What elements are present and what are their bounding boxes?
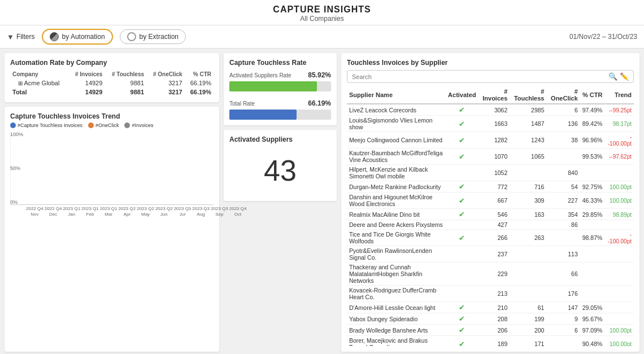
total-rate-value: 66.19% <box>308 99 331 107</box>
col-ctr: % CTR <box>185 70 214 78</box>
header: CAPTURE INSIGHTS All Companies <box>0 0 644 25</box>
automation-rate-card: Automation Rate by Company Company # Inv… <box>5 53 219 102</box>
bar-group <box>58 132 73 204</box>
activated-progress-bar <box>229 81 331 91</box>
trend-value: 98.17pt <box>613 121 632 127</box>
trend-value: 100.00pt <box>610 198 632 204</box>
automation-rate-table: Company # Invoices # Touchless # OneClic… <box>10 70 214 97</box>
check-icon: ✔ <box>459 106 465 114</box>
table-row: Pyotr&Evelin RawlinsonLenden Signal Co. … <box>347 246 634 263</box>
automation-circle-icon <box>50 32 59 41</box>
bar-group <box>184 132 198 204</box>
check-icon: ✔ <box>459 120 465 128</box>
bar-group <box>168 132 182 204</box>
by-automation-button[interactable]: by Automation <box>42 29 113 45</box>
search-bar: 🔍 ✏️ <box>347 70 634 83</box>
legend-label: #Capture Touchless Invoices <box>18 123 82 128</box>
filter-button[interactable]: ▼ Filters <box>7 33 35 41</box>
legend-item: #Invoices <box>124 123 153 128</box>
table-row: Total 14929 9881 3217 66.19% <box>10 88 214 97</box>
table-row: Kovacek-Rodriguez DufferCramb Heart Co. … <box>347 286 634 302</box>
table-row: Borer, Macejkovic and Brakus Turmel Geme… <box>347 336 634 347</box>
x-label: 2023 Q3 Jul <box>174 206 192 217</box>
th-invoices: # Invoices <box>478 86 510 104</box>
trend-value: 100.00pt <box>610 341 632 346</box>
trend-chart: 100% 50% 0% <box>10 132 214 217</box>
date-range: 01/Nov/22 – 31/Oct/23 <box>569 33 637 41</box>
legend-item: #Capture Touchless Invoices <box>10 123 82 128</box>
filter-icon: ▼ <box>7 33 14 41</box>
check-icon: ✔ <box>459 314 465 323</box>
table-row: Hilpert, McKenzie and Kilback Simonetti … <box>347 165 634 181</box>
legend-dot <box>124 123 130 128</box>
mid-panel: Capture Touchless Rate Activated Supplie… <box>224 53 337 352</box>
check-icon: ✔ <box>459 196 465 205</box>
activated-rate-label: Activated Suppliers Rate <box>229 72 291 78</box>
x-label: 2023 Q2 Jun <box>155 206 173 217</box>
table-row: Realmix MacAiline Dino bit ✔ 546 163 354… <box>347 209 634 220</box>
total-progress-bar <box>229 110 331 120</box>
check-icon: ✔ <box>459 340 465 347</box>
table-row: Kautzer-Baumbach McGiffordTeliga Vine Ac… <box>347 148 634 165</box>
automation-rate-title: Automation Rate by Company <box>10 59 214 67</box>
legend-item: #OneClick <box>88 123 119 128</box>
x-label: 2023 Q4 Oct <box>229 206 247 217</box>
activated-suppliers-title: Activated Suppliers <box>229 136 331 143</box>
x-label: 2022 Q4 Dec <box>45 206 62 217</box>
edit-icon[interactable]: ✏️ <box>620 72 629 81</box>
table-row: Louis&Sigismondo Vlies Lemon show ✔ 1663… <box>347 116 634 132</box>
y-axis-labels: 100% 50% 0% <box>10 132 23 205</box>
bar-group <box>42 132 57 204</box>
activated-suppliers-card: Activated Suppliers 43 <box>224 130 337 201</box>
trend-title: Capture Touchless Invoices Trend <box>10 112 214 120</box>
by-extraction-button[interactable]: by Extraction <box>120 29 186 44</box>
th-supplier-name: Supplier Name <box>347 86 446 104</box>
total-rate-label: Total Rate <box>229 100 255 107</box>
page-title: CAPTURE INSIGHTS <box>0 5 644 15</box>
table-row: D'Amore-Hiill Lesslie Ocean light ✔ 210 … <box>347 302 634 313</box>
x-label: 2023 Q1 Feb <box>81 206 99 217</box>
legend-label: #OneClick <box>95 123 119 128</box>
th-activated: Activated <box>446 86 478 104</box>
check-icon: ✔ <box>459 234 465 242</box>
activated-suppliers-value: 43 <box>229 146 331 195</box>
left-panel: Automation Rate by Company Company # Inv… <box>5 53 219 352</box>
trend-value: --100.00pt <box>608 231 632 244</box>
trend-value: --97.62pt <box>609 154 632 160</box>
table-row: Meejo Collingwood Cannon Limited ✔ 1282 … <box>347 132 634 148</box>
by-extraction-label: by Extraction <box>140 33 179 41</box>
th-touchless: # Touchless <box>510 86 546 104</box>
toolbar: ▼ Filters by Automation by Extraction 01… <box>0 25 644 49</box>
bar-group <box>27 132 41 204</box>
col-company: Company <box>10 70 69 78</box>
bar-group <box>136 132 151 204</box>
table-row: Durgan-Metz Rankine Padlockurity ✔ 772 7… <box>347 181 634 193</box>
trend-value: 100.00pt <box>610 184 632 190</box>
main-content: Automation Rate by Company Company # Inv… <box>0 49 644 354</box>
by-automation-label: by Automation <box>62 33 105 41</box>
bar-group <box>199 132 214 204</box>
suppliers-table: Supplier Name Activated # Invoices # Tou… <box>347 86 634 346</box>
table-row: Tice and Tice De Giorgis White Wolfoods … <box>347 230 634 246</box>
x-label: 2023 Q2 Apr <box>119 206 136 217</box>
suppliers-table-wrapper: Supplier Name Activated # Invoices # Tou… <box>347 86 634 346</box>
legend-dot <box>88 123 94 128</box>
filter-label: Filters <box>16 33 35 41</box>
search-input[interactable] <box>352 73 606 80</box>
table-row: Brady Wolledge Banshee Arts ✔ 206 200 6 … <box>347 325 634 336</box>
bar-group <box>73 132 88 204</box>
check-icon: ✔ <box>459 326 465 334</box>
extraction-circle-icon <box>127 32 136 41</box>
right-panel: Touchless Invoices by Supplier 🔍 ✏️ Supp… <box>341 53 639 352</box>
suppliers-title: Touchless Invoices by Supplier <box>347 59 634 67</box>
search-icon: 🔍 <box>608 72 617 81</box>
x-label: 2023 Q3 Sep <box>211 206 228 217</box>
activated-progress-fill <box>229 81 317 91</box>
trend-value: --99.25pt <box>609 107 632 113</box>
check-icon: ✔ <box>459 136 465 145</box>
activated-rate-value: 85.92% <box>308 71 331 79</box>
bar-group <box>89 132 104 204</box>
x-label: 2023 Q1 Jan <box>63 206 80 217</box>
chart-bars <box>10 132 214 205</box>
table-row: ⊞ Acme Global 14929 9881 3217 66.19% <box>10 78 214 88</box>
